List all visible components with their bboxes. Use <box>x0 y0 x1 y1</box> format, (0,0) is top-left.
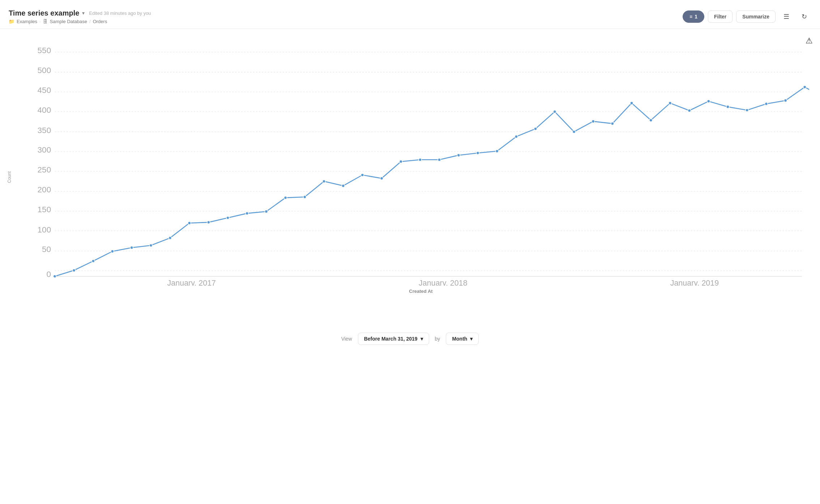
svg-point-55 <box>572 130 575 133</box>
sort-icon[interactable]: ☰ <box>779 10 794 24</box>
header-right: ≡ 1 Filter Summarize ☰ ↻ <box>683 10 811 24</box>
svg-point-34 <box>168 236 171 239</box>
svg-text:250: 250 <box>38 165 51 174</box>
summarize-button[interactable]: Summarize <box>736 10 776 23</box>
svg-point-48 <box>438 158 441 161</box>
breadcrumb: 📁 Examples · 🗄 Sample Database / Orders <box>9 19 683 24</box>
chart-container: 0 50 100 150 200 250 300 350 400 450 500… <box>33 40 809 286</box>
period-selector-label: Month <box>452 336 467 342</box>
svg-point-28 <box>53 275 56 278</box>
svg-point-62 <box>707 100 710 103</box>
title-row: Time series example ▾ Edited 38 minutes … <box>9 9 683 17</box>
x-axis-label: Created At <box>33 289 809 294</box>
breadcrumb-database[interactable]: Sample Database <box>50 19 87 24</box>
period-chevron-icon: ▾ <box>470 336 473 342</box>
svg-point-44 <box>361 174 364 176</box>
svg-point-31 <box>111 250 114 253</box>
breadcrumb-sep1: · <box>39 19 41 24</box>
svg-point-38 <box>245 212 248 215</box>
svg-point-61 <box>688 109 691 112</box>
title-chevron-icon[interactable]: ▾ <box>82 10 85 16</box>
svg-text:January, 2019: January, 2019 <box>670 278 719 286</box>
svg-point-29 <box>72 269 75 272</box>
svg-point-35 <box>188 222 191 225</box>
edited-timestamp: Edited 38 minutes ago by you <box>89 10 151 16</box>
breadcrumb-table[interactable]: Orders <box>93 19 107 24</box>
filter-icon: ≡ <box>689 14 692 20</box>
svg-text:200: 200 <box>38 185 51 194</box>
svg-point-51 <box>496 150 499 153</box>
svg-point-57 <box>611 122 614 125</box>
header-left: Time series example ▾ Edited 38 minutes … <box>9 9 683 24</box>
svg-text:400: 400 <box>38 106 51 115</box>
svg-point-43 <box>342 184 345 187</box>
svg-text:350: 350 <box>38 126 51 135</box>
period-selector-button[interactable]: Month ▾ <box>446 333 479 345</box>
svg-text:150: 150 <box>38 205 51 214</box>
svg-point-33 <box>149 244 152 247</box>
svg-point-52 <box>515 135 518 138</box>
svg-text:January, 2017: January, 2017 <box>167 278 216 286</box>
svg-text:50: 50 <box>42 245 51 254</box>
header: Time series example ▾ Edited 38 minutes … <box>0 0 820 29</box>
breadcrumb-separator: / <box>89 19 91 24</box>
svg-point-32 <box>130 246 133 249</box>
svg-text:500: 500 <box>38 66 51 75</box>
svg-point-36 <box>207 221 210 224</box>
svg-point-59 <box>649 119 652 121</box>
filter-count: 1 <box>695 14 697 20</box>
svg-point-65 <box>765 102 768 105</box>
database-icon: 🗄 <box>43 19 48 24</box>
date-selector-label: Before March 31, 2019 <box>364 336 418 342</box>
by-label: by <box>435 336 440 342</box>
svg-text:550: 550 <box>38 46 51 55</box>
svg-point-41 <box>303 196 306 198</box>
svg-text:100: 100 <box>38 225 51 234</box>
svg-point-53 <box>534 127 537 130</box>
view-label: View <box>341 336 352 342</box>
svg-point-37 <box>226 216 229 219</box>
date-selector-button[interactable]: Before March 31, 2019 ▾ <box>358 333 429 345</box>
svg-point-56 <box>592 120 595 123</box>
svg-point-63 <box>726 105 729 108</box>
svg-point-49 <box>457 154 460 157</box>
svg-point-40 <box>284 196 287 199</box>
chart-area: ⚠ Count 0 50 100 150 20 <box>0 29 820 325</box>
svg-text:300: 300 <box>38 145 51 154</box>
svg-text:January, 2018: January, 2018 <box>419 278 467 286</box>
footer: View Before March 31, 2019 ▾ by Month ▾ <box>0 325 820 352</box>
filter-active-button[interactable]: ≡ 1 <box>683 10 704 23</box>
svg-point-66 <box>784 99 787 102</box>
page-title: Time series example <box>9 9 79 17</box>
breadcrumb-examples[interactable]: Examples <box>17 19 37 24</box>
svg-point-64 <box>746 109 748 112</box>
filter-button[interactable]: Filter <box>708 10 733 23</box>
refresh-icon[interactable]: ↻ <box>797 10 811 24</box>
svg-point-46 <box>400 160 402 163</box>
folder-icon: 📁 <box>9 19 14 24</box>
svg-point-39 <box>265 210 268 213</box>
svg-point-50 <box>476 151 479 154</box>
svg-point-60 <box>669 102 671 104</box>
svg-point-58 <box>630 102 633 104</box>
chart-svg: 0 50 100 150 200 250 300 350 400 450 500… <box>33 40 809 286</box>
svg-text:450: 450 <box>38 86 51 95</box>
svg-text:0: 0 <box>47 270 51 279</box>
svg-point-47 <box>419 158 422 161</box>
svg-point-54 <box>553 110 556 113</box>
svg-point-45 <box>380 177 383 180</box>
y-axis-label: Count <box>7 171 12 183</box>
svg-point-42 <box>323 180 325 183</box>
svg-point-30 <box>92 260 95 262</box>
svg-point-67 <box>803 86 806 89</box>
date-chevron-icon: ▾ <box>420 336 423 342</box>
